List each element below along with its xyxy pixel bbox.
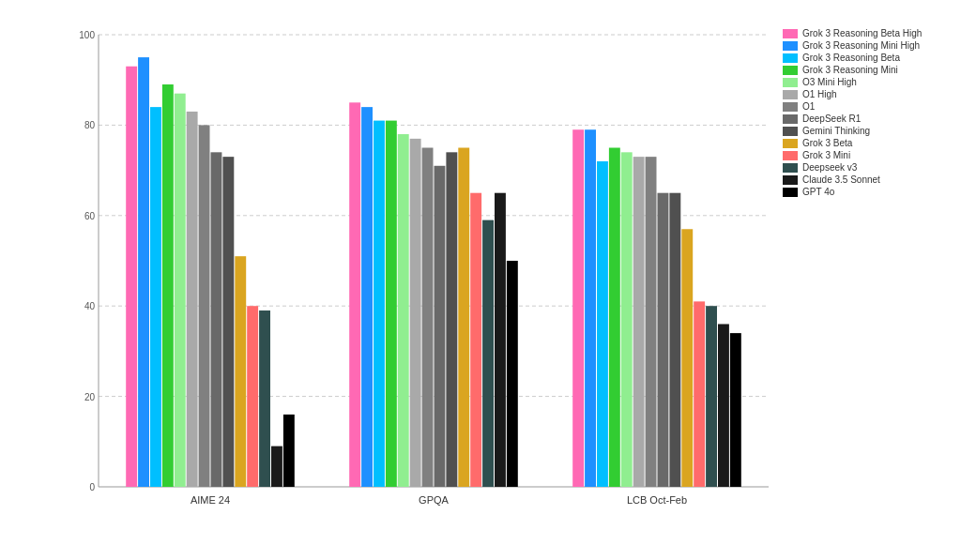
bar-2-9 bbox=[681, 229, 693, 487]
bar-1-2 bbox=[374, 121, 385, 487]
bar-2-1 bbox=[585, 129, 596, 487]
legend-item: Grok 3 Mini bbox=[783, 150, 947, 160]
svg-text:60: 60 bbox=[84, 211, 96, 221]
bar-0-1 bbox=[138, 57, 149, 487]
bar-1-4 bbox=[398, 134, 409, 487]
legend-color-2 bbox=[783, 53, 798, 63]
legend-item: O1 bbox=[783, 101, 947, 112]
svg-text:20: 20 bbox=[84, 392, 96, 402]
chart-svg: 020406080100AIME 24GPQALCB Oct-Feb bbox=[94, 23, 778, 517]
legend-label-13: GPT 4o bbox=[802, 187, 834, 197]
legend-label-7: DeepSeek R1 bbox=[802, 114, 861, 124]
legend-color-13 bbox=[783, 188, 798, 197]
legend-item: GPT 4o bbox=[783, 187, 947, 197]
legend-item: O1 High bbox=[783, 89, 947, 99]
bar-1-12 bbox=[495, 193, 506, 487]
legend-color-6 bbox=[783, 102, 798, 112]
bar-0-10 bbox=[247, 306, 258, 487]
bar-2-4 bbox=[621, 152, 633, 487]
chart-container: 020406080100AIME 24GPQALCB Oct-Feb Grok … bbox=[0, 0, 961, 560]
bar-0-5 bbox=[187, 112, 198, 487]
bar-2-5 bbox=[633, 157, 645, 487]
bar-1-8 bbox=[446, 152, 457, 487]
x-label-2: LCB Oct-Feb bbox=[627, 494, 687, 506]
legend-label-2: Grok 3 Reasoning Beta bbox=[802, 53, 900, 63]
bar-2-11 bbox=[706, 306, 717, 487]
legend-color-7 bbox=[783, 114, 798, 124]
legend-label-9: Grok 3 Beta bbox=[802, 138, 852, 148]
bar-0-7 bbox=[211, 152, 222, 487]
bar-0-11 bbox=[259, 310, 270, 487]
legend-label-3: Grok 3 Reasoning Mini bbox=[802, 65, 898, 75]
legend-item: O3 Mini High bbox=[783, 77, 947, 87]
bar-1-13 bbox=[507, 261, 518, 487]
legend-color-4 bbox=[783, 78, 798, 87]
legend-item: Grok 3 Reasoning Beta High bbox=[783, 28, 947, 38]
legend-label-10: Grok 3 Mini bbox=[802, 150, 850, 160]
legend-label-0: Grok 3 Reasoning Beta High bbox=[802, 28, 922, 38]
legend-label-8: Gemini Thinking bbox=[802, 126, 870, 136]
legend-color-1 bbox=[783, 41, 798, 51]
svg-text:40: 40 bbox=[84, 301, 96, 311]
bar-0-13 bbox=[283, 415, 295, 487]
legend-label-6: O1 bbox=[802, 101, 815, 112]
bar-0-8 bbox=[222, 157, 234, 487]
bar-2-13 bbox=[730, 333, 741, 487]
bar-2-7 bbox=[658, 193, 669, 487]
legend-color-9 bbox=[783, 139, 798, 148]
bar-2-2 bbox=[597, 161, 608, 487]
plot-area: 020406080100AIME 24GPQALCB Oct-Feb bbox=[94, 23, 778, 517]
svg-text:80: 80 bbox=[84, 120, 96, 130]
legend-label-12: Claude 3.5 Sonnet bbox=[802, 174, 880, 185]
bar-0-9 bbox=[235, 256, 246, 487]
bar-1-0 bbox=[349, 102, 360, 487]
svg-text:100: 100 bbox=[79, 30, 95, 40]
bar-1-6 bbox=[422, 148, 434, 488]
legend-color-10 bbox=[783, 151, 798, 160]
bar-1-10 bbox=[470, 193, 481, 487]
legend-label-5: O1 High bbox=[802, 89, 837, 99]
x-label-0: AIME 24 bbox=[191, 494, 230, 506]
bar-0-0 bbox=[126, 67, 137, 487]
legend-item: Grok 3 Reasoning Mini High bbox=[783, 40, 947, 51]
legend-item: Claude 3.5 Sonnet bbox=[783, 174, 947, 185]
legend-color-0 bbox=[783, 29, 798, 38]
bar-2-8 bbox=[669, 193, 680, 487]
legend-item: Grok 3 Reasoning Beta bbox=[783, 53, 947, 63]
legend-color-8 bbox=[783, 127, 798, 136]
legend-color-3 bbox=[783, 66, 798, 75]
bar-1-3 bbox=[386, 121, 397, 487]
legend-color-5 bbox=[783, 90, 798, 99]
bar-1-1 bbox=[361, 107, 373, 487]
legend-color-11 bbox=[783, 163, 798, 173]
bar-1-7 bbox=[435, 166, 446, 487]
bar-0-3 bbox=[162, 84, 174, 487]
legend-label-4: O3 Mini High bbox=[802, 77, 857, 87]
legend-label-11: Deepseek v3 bbox=[802, 162, 857, 173]
legend-label-1: Grok 3 Reasoning Mini High bbox=[802, 40, 920, 51]
bar-2-12 bbox=[718, 324, 729, 487]
bar-0-4 bbox=[175, 94, 186, 487]
legend-item: Grok 3 Beta bbox=[783, 138, 947, 148]
bar-0-6 bbox=[199, 125, 210, 487]
bar-2-6 bbox=[646, 157, 657, 487]
svg-text:0: 0 bbox=[89, 482, 95, 492]
legend-item: Gemini Thinking bbox=[783, 126, 947, 136]
bar-2-10 bbox=[694, 301, 705, 487]
bar-0-2 bbox=[150, 107, 161, 487]
bar-2-3 bbox=[609, 148, 620, 488]
legend-item: Deepseek v3 bbox=[783, 162, 947, 173]
bar-0-12 bbox=[271, 446, 282, 487]
legend: Grok 3 Reasoning Beta High Grok 3 Reason… bbox=[778, 23, 952, 517]
bar-2-0 bbox=[572, 129, 584, 487]
legend-color-12 bbox=[783, 175, 798, 185]
bar-1-5 bbox=[410, 139, 421, 487]
bar-1-11 bbox=[482, 220, 494, 487]
legend-item: DeepSeek R1 bbox=[783, 114, 947, 124]
legend-item: Grok 3 Reasoning Mini bbox=[783, 65, 947, 75]
bar-1-9 bbox=[458, 148, 469, 488]
x-label-1: GPQA bbox=[419, 494, 449, 506]
